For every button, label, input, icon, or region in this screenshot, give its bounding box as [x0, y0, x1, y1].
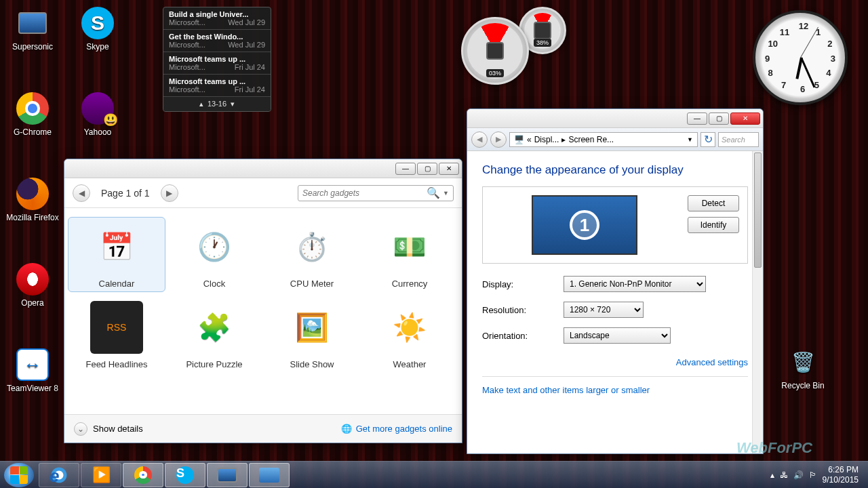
- maximize-button[interactable]: ▢: [709, 113, 729, 125]
- display-select[interactable]: 1. Generic Non-PnP Monitor: [564, 276, 706, 292]
- prev-page-button[interactable]: ◀: [73, 184, 90, 202]
- maximize-button[interactable]: ▢: [417, 163, 437, 175]
- gadget-slide-show[interactable]: 🖼️Slide Show: [267, 301, 357, 369]
- taskbar-display-settings[interactable]: [207, 463, 248, 487]
- minimize-button[interactable]: —: [687, 113, 707, 125]
- gadget-currency[interactable]: 💵Currency: [364, 220, 455, 289]
- calendar-icon: 📅: [90, 220, 143, 273]
- weather-icon: ☀️: [383, 301, 436, 354]
- feed-pager[interactable]: ▴ 13-16 ▾: [163, 97, 271, 111]
- advanced-settings-link[interactable]: Advanced settings: [676, 357, 748, 367]
- skype-icon: S: [81, 7, 114, 39]
- orientation-select[interactable]: Landscape: [564, 327, 671, 344]
- text-size-link[interactable]: Make text and other items larger or smal…: [482, 385, 650, 395]
- feed-item[interactable]: Build a single Univer... Microsoft...Wed…: [163, 7, 271, 30]
- taskbar-gadgets[interactable]: [249, 463, 290, 487]
- search-dropdown-icon[interactable]: ▼: [443, 190, 449, 197]
- gadget-weather[interactable]: ☀️Weather: [364, 301, 455, 369]
- scrollbar[interactable]: [752, 151, 763, 453]
- back-button[interactable]: ◀: [471, 131, 488, 148]
- gadgets-footer: ⌄ Show details 🌐 Get more gadgets online: [64, 414, 462, 443]
- scrollbar-thumb[interactable]: [754, 152, 762, 268]
- resolution-label: Resolution:: [482, 305, 564, 315]
- taskbar-ie[interactable]: [39, 463, 79, 487]
- orientation-label: Orientation:: [482, 331, 564, 341]
- tray-action-center-icon[interactable]: 🏳: [809, 470, 817, 480]
- ram-chip-icon: [534, 22, 551, 39]
- gadget-picture-puzzle[interactable]: 🧩Picture Puzzle: [169, 301, 260, 369]
- system-tray: ▴ 🖧 🔊 🏳 6:26 PM 9/10/2015: [770, 465, 864, 485]
- icon-recycle-bin[interactable]: 🗑️ Recycle Bin: [776, 346, 830, 390]
- gadget-feed-headlines[interactable]: RSSFeed Headlines: [71, 301, 162, 369]
- feed-title: Build a single Univer...: [169, 10, 265, 18]
- icon-firefox[interactable]: Mozilla Firefox: [5, 178, 60, 222]
- chrome-icon: [16, 92, 49, 125]
- breadcrumb[interactable]: 🖥️ « Displ... ▸ Screen Re... ▼: [509, 132, 698, 147]
- search-input[interactable]: [302, 188, 427, 198]
- identify-button[interactable]: Identify: [688, 217, 739, 233]
- cpu-meter-gadget[interactable]: 38% 03%: [461, 7, 583, 88]
- forward-button[interactable]: ▶: [490, 131, 507, 148]
- yahoo-icon: [81, 92, 114, 125]
- gadgets-window: — ▢ ✕ ◀ Page 1 of 1 ▶ 🔍 ▼ 📅Calendar 🕐Clo…: [64, 159, 462, 443]
- icon-yahoo[interactable]: Yahooo: [71, 92, 125, 137]
- page-indicator: Page 1 of 1: [101, 188, 150, 199]
- display-body: Change the appearance of your display 1 …: [467, 151, 763, 453]
- gadgets-search[interactable]: 🔍 ▼: [298, 185, 454, 201]
- icon-opera[interactable]: Opera: [5, 263, 60, 308]
- icon-label: Supersonic: [5, 42, 60, 52]
- icon-supersonic[interactable]: Supersonic: [5, 7, 60, 52]
- feed-item[interactable]: Microsoft teams up ... Microsoft...Fri J…: [163, 52, 271, 75]
- monitor-preview[interactable]: 1: [491, 195, 678, 255]
- display-label: Display:: [482, 279, 564, 289]
- monitor-mini-icon: 🖥️: [514, 135, 524, 144]
- puzzle-icon: 🧩: [188, 301, 241, 354]
- monitor-preview-box: 1 Detect Identify: [482, 186, 748, 264]
- taskbar-skype[interactable]: S: [165, 463, 205, 487]
- monitor-thumbnail[interactable]: 1: [532, 195, 637, 255]
- close-button[interactable]: ✕: [730, 113, 760, 125]
- control-panel-search[interactable]: Search: [718, 132, 759, 147]
- resolution-select[interactable]: 868 × 488: [564, 302, 644, 318]
- cpu-meter-icon: ⏱️: [285, 220, 338, 273]
- search-icon[interactable]: 🔍: [427, 186, 440, 199]
- icon-teamviewer[interactable]: TeamViewer 8: [5, 348, 60, 393]
- chevron-down-icon[interactable]: ▼: [687, 136, 693, 143]
- tray-volume-icon[interactable]: 🔊: [793, 470, 804, 480]
- taskbar-chrome[interactable]: [123, 463, 163, 487]
- next-page-button[interactable]: ▶: [161, 184, 178, 202]
- display-titlebar[interactable]: — ▢ ✕: [467, 109, 763, 128]
- feed-item[interactable]: Microsoft teams up ... Microsoft...Fri J…: [163, 75, 271, 97]
- more-gadgets-link[interactable]: 🌐 Get more gadgets online: [341, 424, 452, 434]
- currency-icon: 💵: [383, 220, 436, 273]
- cpu-chip-icon: [486, 42, 504, 60]
- detect-button[interactable]: Detect: [688, 195, 739, 211]
- address-bar: ◀ ▶ 🖥️ « Displ... ▸ Screen Re... ▼ ↻ Sea…: [467, 128, 763, 151]
- start-button[interactable]: [4, 463, 34, 487]
- show-details-button[interactable]: ⌄ Show details: [74, 422, 143, 436]
- taskbar-clock[interactable]: 6:26 PM 9/10/2015: [823, 465, 859, 485]
- tray-show-hidden-icon[interactable]: ▴: [770, 470, 774, 480]
- gadget-clock[interactable]: 🕐Clock: [169, 220, 260, 289]
- firefox-icon: [16, 178, 49, 210]
- icon-label: Mozilla Firefox: [5, 213, 60, 222]
- gadget-cpu-meter[interactable]: ⏱️CPU Meter: [267, 220, 357, 289]
- gadgets-titlebar[interactable]: — ▢ ✕: [64, 159, 462, 178]
- globe-icon: 🌐: [341, 424, 352, 434]
- feed-gadget[interactable]: Build a single Univer... Microsoft...Wed…: [163, 7, 271, 112]
- clock-gadget[interactable]: 12 3 6 9 1 2 4 5 7 8 10 11: [753, 10, 848, 105]
- teamviewer-icon: [16, 348, 49, 381]
- monitor-icon: [18, 12, 47, 34]
- minimize-button[interactable]: —: [395, 163, 416, 175]
- icon-label: TeamViewer 8: [5, 384, 60, 393]
- gadget-calendar[interactable]: 📅Calendar: [68, 217, 165, 292]
- cpu-gauge: 03%: [461, 17, 529, 85]
- close-button[interactable]: ✕: [439, 163, 459, 175]
- feed-item[interactable]: Get the best Windo... Microsoft...Wed Ju…: [163, 30, 271, 52]
- skype-icon: S: [176, 466, 194, 484]
- tray-network-icon[interactable]: 🖧: [780, 470, 788, 480]
- taskbar-media-player[interactable]: ▶️: [81, 463, 121, 487]
- icon-gchrome[interactable]: G-Chrome: [5, 92, 60, 137]
- icon-skype[interactable]: S Skype: [71, 7, 125, 52]
- refresh-button[interactable]: ↻: [701, 132, 715, 147]
